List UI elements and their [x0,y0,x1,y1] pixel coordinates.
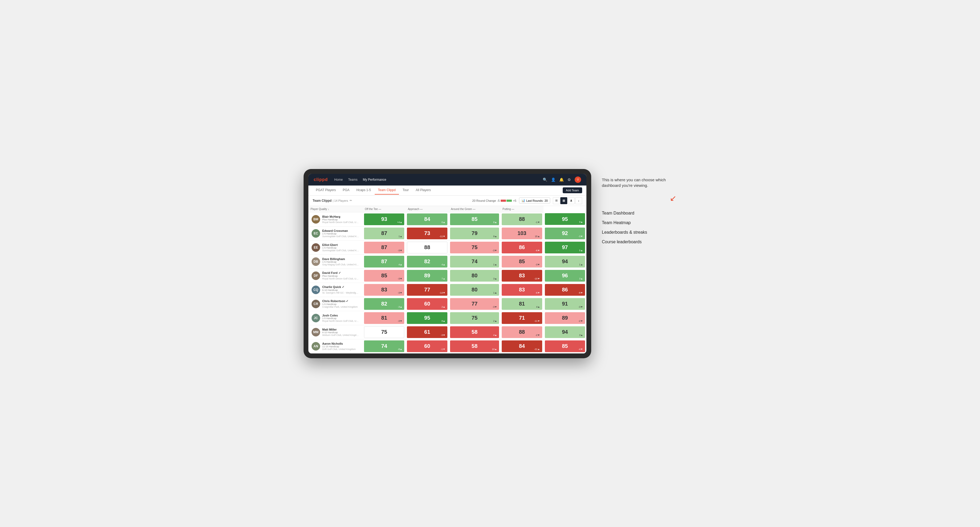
table-row[interactable]: CQCharlie Quick ✓6-10 HandicapSt. George… [309,283,586,297]
score-value: 74 [381,343,387,349]
player-cell: CQCharlie Quick ✓6-10 HandicapSt. George… [309,284,362,295]
table-row[interactable]: CRChris Robertson ✓1-5 HandicapCraigmill… [309,297,586,311]
score-change: 3▲ [493,277,497,280]
score-change: -6▼ [536,249,540,252]
score-off_tee: 60-1▼ [406,339,449,353]
score-putting: 963▲ [544,268,586,283]
table-row[interactable]: EEElliot Ebert1-5 HandicapSunningdale Go… [309,240,586,254]
sort-button[interactable]: ↕ [575,197,582,204]
score-value: 77 [424,287,430,293]
player-handicap: 1-5 Handicap [322,317,360,320]
score-off_tee: 824▲ [406,254,449,268]
tab-pga[interactable]: PGA [339,186,353,195]
score-quality: 82-3▲ [363,297,406,311]
table-row[interactable]: DFDavid Ford ✓Plus HandicapRoyal North D… [309,268,586,283]
annotation-panel: This is where you can choose which dashb… [602,169,676,244]
table-row[interactable]: ECEdward Crossman1-5 HandicapSunningdale… [309,226,586,240]
table-row[interactable]: DBDave Billingham1-5 HandicapGog Magog G… [309,254,586,268]
score-change: -10▼ [534,277,540,280]
score-change: -3▼ [398,291,402,294]
score-value: 88 [519,216,525,222]
table-row[interactable]: ANAaron Nicholls11-15 HandicapDrift Golf… [309,339,586,353]
player-cell: MMMatt Miller6-10 HandicapWoburn Golf Cl… [309,327,362,338]
score-value: 87 [381,259,387,265]
last-rounds-label: Last Rounds: [526,199,544,202]
user-icon[interactable]: 👤 [551,178,555,182]
score-change: 8▲ [493,221,497,224]
putting-header[interactable]: Putting — [500,206,543,213]
chart-view-button[interactable]: ♟ [568,197,575,204]
add-team-button[interactable]: Add Team [563,187,582,193]
score-change: -6▼ [536,291,540,294]
player-avatar: CQ [312,286,320,294]
score-approach: 799▲ [449,226,500,240]
player-handicap: Plus Handicap [322,275,360,277]
neg-bar [501,200,506,202]
edit-icon[interactable]: ✏ [350,199,352,202]
score-value: 80 [472,287,477,293]
search-icon[interactable]: 🔍 [543,178,547,182]
score-value: 81 [519,301,525,307]
avatar[interactable]: U [575,176,581,183]
score-around_green: 814▲ [500,297,543,311]
tab-pgat[interactable]: PGAT Players [313,186,339,195]
tab-hcaps[interactable]: Hcaps 1-5 [353,186,374,195]
score-value: 82 [424,259,430,265]
tab-tour[interactable]: Tour [399,186,412,195]
table-row[interactable]: JCJosh Coles1-5 HandicapRoyal North Devo… [309,311,586,325]
player-club: Sunningdale Golf Club, United Kingdom [322,249,360,252]
score-putting: 86-8▼ [544,283,586,297]
score-approach: 803▲ [449,268,500,283]
score-change: -8▼ [578,291,583,294]
tablet-frame: clippd Home Teams My Performance 🔍 👤 🔔 ⚙… [304,169,591,358]
heatmap-view-button[interactable]: ▦ [560,197,567,204]
page-wrapper: clippd Home Teams My Performance 🔍 👤 🔔 ⚙… [304,169,676,358]
score-change: -21▲ [534,348,540,351]
settings-icon[interactable]: ⚙ [568,178,571,182]
score-quality: 874▲ [363,254,406,268]
bell-icon[interactable]: 🔔 [559,178,564,182]
score-value: 97 [562,244,568,251]
player-club: St. George's Hill GC - Weybridge - Surre… [322,291,360,294]
round-bar [501,200,512,202]
score-change: 7▲ [442,277,445,280]
score-value: 95 [424,315,430,321]
score-value: 87 [381,230,387,237]
around-green-header[interactable]: Around the Green — [449,206,500,213]
nav-link-myperformance[interactable]: My Performance [363,177,386,183]
score-around_green: 71-11▼ [500,311,543,325]
score-around_green: 83-10▼ [500,268,543,283]
score-change: 1▲ [493,291,497,294]
score-value: 103 [517,230,526,237]
score-change: 4▲ [536,306,540,308]
player-avatar: MM [312,328,320,337]
score-putting: 975▲ [544,240,586,254]
player-cell: DFDavid Ford ✓Plus HandicapRoyal North D… [309,270,362,281]
score-change: -1▼ [536,221,540,224]
nav-link-teams[interactable]: Teams [348,177,357,183]
score-value: 86 [519,244,525,251]
score-change: -3▲ [398,306,402,308]
player-quality-header[interactable]: Player Quality ↓ [309,206,363,213]
score-around_green: 88-1▼ [500,212,543,226]
approach-header[interactable]: Approach — [406,206,449,213]
score-approach: 741▲ [449,254,500,268]
player-club: Gog Magog Golf Club, United Kingdom [322,263,360,266]
off-tee-header[interactable]: Off the Tee — [363,206,406,213]
score-value: 79 [472,230,477,237]
sub-nav: PGAT Players PGA Hcaps 1-5 Team Clippd T… [309,186,586,195]
score-change: -1▼ [441,348,445,351]
data-table: Player Quality ↓ Off the Tee — Approach … [309,206,586,354]
grid-view-button[interactable]: ⊞ [553,197,560,204]
tab-team-clippd[interactable]: Team Clippd [375,186,399,195]
table-row[interactable]: BMBlair McHargPlus HandicapRoyal North D… [309,212,586,226]
tab-all-players[interactable]: All Players [412,186,434,195]
last-rounds-button[interactable]: 📊 Last Rounds: 20 [519,197,550,204]
score-value: 93 [381,216,387,222]
nav-icons: 🔍 👤 🔔 ⚙ U [543,176,581,183]
nav-link-home[interactable]: Home [334,177,343,183]
score-quality: 81-3▼ [363,311,406,325]
score-change: 10▲ [492,348,497,351]
round-change: 20 Round Change -5 +5 [472,199,516,202]
table-row[interactable]: MMMatt Miller6-10 HandicapWoburn Golf Cl… [309,325,586,339]
